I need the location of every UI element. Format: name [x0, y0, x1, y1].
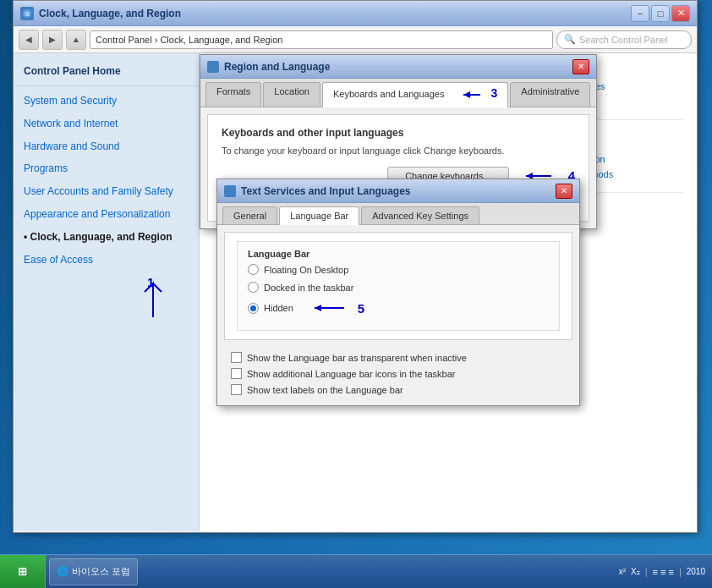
annotation-arrow-3 [451, 86, 489, 103]
window-controls: − □ ✕ [631, 5, 690, 22]
sidebar-label-appearance: Appearance and Personalization [24, 208, 170, 220]
text-services-tabs: General Language Bar Advanced Key Settin… [217, 203, 579, 225]
sidebar-item-ease-access[interactable]: Ease of Access [14, 249, 199, 272]
start-button[interactable]: ⊞ [0, 555, 46, 589]
sidebar-label-system: System and Security [24, 95, 117, 107]
checkbox-transparent-label: Show the Language bar as transparent whe… [247, 353, 467, 363]
region-dialog-tabs: Formats Location Keyboards and Languages… [200, 79, 596, 107]
taskbar: ⊞ 🌐 바이오스 포럼 x² X₂ | ≡ ≡ ≡ | 2010 [0, 554, 712, 588]
annotation-label-3: 3 [491, 86, 498, 100]
radio-hidden-circle[interactable] [248, 303, 259, 314]
sidebar-divider-1 [14, 85, 199, 86]
radio-hidden: Hidden 5 [248, 299, 549, 316]
region-dialog-close[interactable]: ✕ [572, 59, 589, 74]
text-services-close[interactable]: ✕ [556, 184, 572, 199]
taskbar-item-forum[interactable]: 🌐 바이오스 포럼 [49, 558, 138, 585]
ts-tab-general[interactable]: General [222, 206, 277, 224]
taskbar-clock: 2010 [687, 566, 705, 577]
clock-time: 2010 [687, 566, 705, 577]
address-bar: ◀ ▶ ▲ Control Panel › Clock, Language, a… [14, 26, 697, 53]
sidebar-item-clock-language: Clock, Language, and Region [14, 226, 199, 249]
text-services-dialog: Text Services and Input Languages ✕ Gene… [216, 179, 580, 406]
sidebar-item-system-security[interactable]: System and Security [14, 90, 199, 113]
svg-marker-14 [315, 305, 321, 311]
language-bar-group-title: Language Bar [248, 249, 549, 259]
checkbox-transparent: Show the Language bar as transparent whe… [231, 352, 566, 363]
minimize-button[interactable]: − [631, 5, 649, 22]
taskbar-item-icon: 🌐 [57, 566, 68, 577]
title-bar: ⚙ Clock, Language, and Region − □ ✕ [14, 1, 697, 26]
checkbox-text-labels-label: Show text labels on the Language bar [247, 385, 403, 395]
search-box[interactable]: 🔍 Search Control Panel [556, 30, 692, 49]
keyboards-section-text: To change your keyboard or input languag… [222, 144, 575, 158]
forward-button[interactable]: ▶ [42, 30, 63, 50]
sidebar-label-clock: Clock, Language, and Region [30, 231, 173, 243]
language-bar-radio-group: Language Bar Floating On Desktop Docked … [237, 241, 560, 331]
address-path[interactable]: Control Panel › Clock, Language, and Reg… [90, 30, 553, 49]
radio-docked: Docked in the taskbar [248, 282, 549, 293]
start-label: ⊞ [18, 565, 27, 578]
window-title: Clock, Language, and Region [39, 8, 626, 19]
checkbox-transparent-box[interactable] [231, 352, 242, 363]
sidebar-label-programs: Programs [24, 162, 68, 174]
sidebar-item-programs[interactable]: Programs [14, 157, 199, 180]
annotation-label-5: 5 [358, 301, 364, 316]
sidebar: Control Panel Home System and Security N… [14, 53, 200, 531]
region-dialog-titlebar: Region and Language ✕ [200, 55, 596, 79]
sidebar-home[interactable]: Control Panel Home [14, 60, 199, 82]
ts-tab-advanced-key[interactable]: Advanced Key Settings [361, 206, 479, 224]
taskbar-item-label: 바이오스 포럼 [72, 565, 130, 578]
sidebar-item-hardware-sound[interactable]: Hardware and Sound [14, 135, 199, 158]
tray-sep2: | [679, 567, 682, 577]
radio-hidden-label: Hidden [264, 303, 293, 313]
checkbox-additional-icons-label: Show additional Language bar icons in th… [247, 369, 455, 379]
tray-align-icons: ≡ ≡ ≡ [653, 567, 674, 577]
sidebar-item-network-internet[interactable]: Network and Internet [14, 113, 199, 135]
radio-floating: Floating On Desktop [248, 264, 549, 275]
window-icon: ⚙ [20, 7, 34, 20]
annotation-arrow-5 [302, 299, 353, 316]
maximize-button[interactable]: □ [651, 5, 670, 22]
control-panel-window: ⚙ Clock, Language, and Region − □ ✕ ◀ ▶ … [13, 0, 698, 533]
svg-marker-12 [463, 91, 470, 98]
text-services-titlebar: Text Services and Input Languages ✕ [217, 179, 579, 203]
sidebar-item-appearance[interactable]: Appearance and Personalization [14, 203, 199, 226]
radio-docked-label: Docked in the taskbar [264, 283, 353, 293]
tray-x2: x² [619, 567, 626, 576]
checkbox-additional-icons: Show additional Language bar icons in th… [231, 368, 566, 379]
sidebar-label-user-accounts: User Accounts and Family Safety [24, 185, 173, 197]
taskbar-tray: x² X₂ | ≡ ≡ ≡ | 2010 [612, 566, 712, 577]
keyboards-section-title: Keyboards and other input languages [222, 127, 575, 139]
sidebar-item-user-accounts[interactable]: User Accounts and Family Safety [14, 180, 199, 203]
annotation-label-1: 1 [147, 275, 154, 289]
up-button[interactable]: ▲ [66, 30, 86, 50]
search-icon: 🔍 [564, 34, 576, 45]
sidebar-label-network: Network and Internet [24, 118, 118, 129]
desktop: ⚙ Clock, Language, and Region − □ ✕ ◀ ▶ … [0, 0, 712, 554]
ts-tab-language-bar[interactable]: Language Bar [279, 206, 359, 225]
sidebar-label-ease: Ease of Access [24, 254, 93, 266]
tab-formats[interactable]: Formats [205, 82, 261, 107]
tray-sep: | [645, 567, 648, 577]
checkbox-text-labels-box[interactable] [231, 384, 242, 395]
close-button[interactable]: ✕ [671, 5, 690, 22]
search-placeholder: Search Control Panel [579, 35, 668, 45]
taskbar-items: 🌐 바이오스 포럼 [46, 558, 612, 585]
tray-x2-sub: X₂ [631, 567, 640, 576]
radio-docked-circle[interactable] [248, 282, 259, 293]
radio-floating-label: Floating On Desktop [264, 265, 348, 275]
text-services-icon [224, 185, 236, 197]
text-services-content: Language Bar Floating On Desktop Docked … [224, 232, 572, 340]
path-text: Control Panel › Clock, Language, and Reg… [96, 35, 282, 45]
checkbox-additional-icons-box[interactable] [231, 368, 242, 379]
tab-administrative[interactable]: Administrative [510, 82, 590, 107]
radio-floating-circle[interactable] [248, 264, 259, 275]
tab-location[interactable]: Location [263, 82, 320, 107]
region-dialog-title: Region and Language [224, 61, 567, 73]
language-bar-checkboxes: Show the Language bar as transparent whe… [217, 347, 579, 405]
back-button[interactable]: ◀ [19, 30, 39, 50]
svg-text:⚙: ⚙ [25, 11, 30, 17]
tab-keyboards-languages[interactable]: Keyboards and Languages 3 [322, 82, 508, 107]
region-dialog-icon [207, 61, 219, 73]
text-services-title: Text Services and Input Languages [241, 185, 550, 197]
